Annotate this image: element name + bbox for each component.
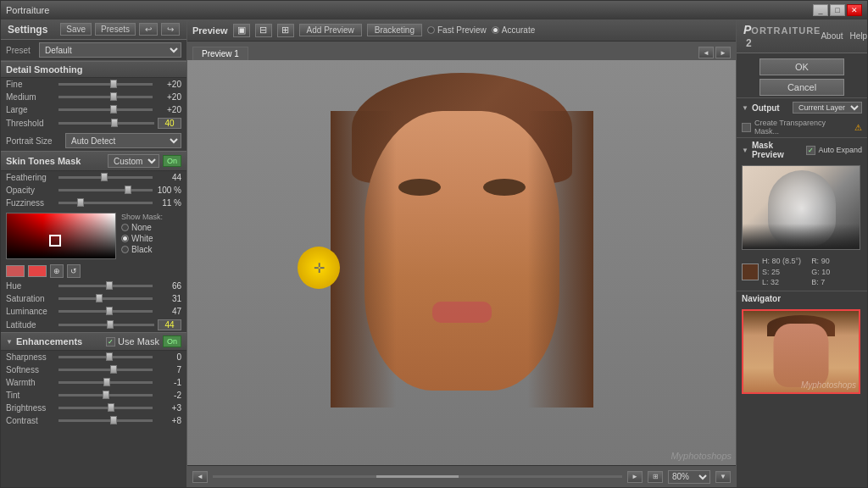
close-button[interactable]: ✕ xyxy=(847,4,862,16)
large-thumb[interactable] xyxy=(110,105,117,114)
add-preview-button[interactable]: Add Preview xyxy=(299,24,362,36)
color-swatch-2[interactable] xyxy=(28,265,47,277)
about-button[interactable]: About xyxy=(821,31,843,41)
mask-preview-collapse[interactable]: ▼ xyxy=(742,147,748,154)
enhancements-header: ▼ Enhancements ✓ Use Mask On xyxy=(1,332,186,351)
zoom-dropdown-button[interactable]: ▼ xyxy=(715,471,731,483)
hue-thumb[interactable] xyxy=(106,281,113,290)
enhancements-title: Enhancements xyxy=(16,336,103,347)
sharpness-value: 0 xyxy=(156,352,181,362)
output-select[interactable]: Current Layer xyxy=(793,102,862,114)
fine-track xyxy=(58,83,153,86)
preview-scrollbar[interactable] xyxy=(213,475,622,478)
radio-none[interactable] xyxy=(121,224,129,231)
auto-expand-checkbox[interactable]: ✓ xyxy=(806,146,815,155)
sharpness-label: Sharpness xyxy=(6,352,55,362)
saturation-label: Saturation xyxy=(6,294,55,303)
view-split-button[interactable]: ⊟ xyxy=(255,24,272,37)
color-selector[interactable] xyxy=(49,235,61,247)
fine-slider-row: Fine +20 xyxy=(1,78,186,91)
portrait-size-select[interactable]: Auto Detect xyxy=(65,133,181,148)
latitude-thumb[interactable] xyxy=(107,320,114,329)
fuzziness-thumb[interactable] xyxy=(77,198,84,207)
settings-buttons: Save Presets ↩ ↪ xyxy=(60,23,180,36)
create-trans-checkbox[interactable] xyxy=(742,123,751,132)
create-trans-label: Create Transparency Mask... xyxy=(754,119,851,136)
feathering-thumb[interactable] xyxy=(101,173,108,181)
view-single-button[interactable]: ▣ xyxy=(233,24,250,37)
navigator-image[interactable]: Myphotoshops xyxy=(742,309,860,394)
brightness-value: +3 xyxy=(156,403,181,413)
redo-button[interactable]: ↪ xyxy=(161,23,180,36)
save-button[interactable]: Save xyxy=(60,23,92,36)
color-swatch-row: ⊕ ↺ xyxy=(6,264,181,278)
detail-smoothing-header: Detail Smoothing xyxy=(1,61,186,78)
fast-preview-radio[interactable]: Fast Preview xyxy=(427,25,487,35)
cancel-button[interactable]: Cancel xyxy=(760,79,844,96)
color-info-row: H: 80 (8.5°) S: 25 L: 32 R: 90 G: 10 B: … xyxy=(737,253,867,291)
medium-thumb[interactable] xyxy=(110,92,117,101)
left-panel: Settings Save Presets ↩ ↪ Preset Default… xyxy=(1,19,187,487)
zoom-out-button[interactable]: ◄ xyxy=(192,471,208,483)
help-button[interactable]: Help xyxy=(850,31,867,41)
large-slider-row: Large +20 xyxy=(1,103,186,116)
accurate-radio[interactable]: Accurate xyxy=(492,25,535,35)
custom-select[interactable]: Custom xyxy=(108,154,159,168)
minimize-button[interactable]: _ xyxy=(813,4,828,16)
main-window: Portraiture _ □ ✕ Settings Save Presets … xyxy=(0,0,868,488)
color-gradient[interactable] xyxy=(6,213,116,259)
opacity-thumb[interactable] xyxy=(125,186,131,194)
g-value: G: 10 xyxy=(811,267,830,278)
luminance-thumb[interactable] xyxy=(106,307,113,315)
fit-button[interactable]: ⊞ xyxy=(648,471,663,483)
zoom-in-button[interactable]: ► xyxy=(627,471,643,483)
maximize-button[interactable]: □ xyxy=(830,4,845,16)
color-swatch-1[interactable] xyxy=(6,265,25,277)
view-dual-button[interactable]: ⊞ xyxy=(277,24,294,37)
preview-bottom: ◄ ► ⊞ 80% ▼ xyxy=(187,465,736,487)
radio-white[interactable] xyxy=(121,235,129,242)
fine-label: Fine xyxy=(6,80,55,89)
opacity-row: Opacity 100 % xyxy=(1,184,186,197)
tint-thumb[interactable] xyxy=(103,391,109,399)
sharpness-thumb[interactable] xyxy=(106,352,113,361)
tab-prev-button[interactable]: ◄ xyxy=(698,47,714,58)
reset-button[interactable]: ↺ xyxy=(67,264,81,278)
preview-tab-1[interactable]: Preview 1 xyxy=(192,47,248,60)
show-mask-white[interactable]: White xyxy=(121,234,163,243)
contrast-thumb[interactable] xyxy=(110,416,117,424)
color-values: H: 80 (8.5°) S: 25 L: 32 xyxy=(762,256,801,288)
sample-point[interactable]: ✛ xyxy=(298,247,340,289)
enhancements-collapse[interactable]: ▼ xyxy=(6,338,13,346)
tab-next-button[interactable]: ► xyxy=(715,47,731,58)
contrast-value: +8 xyxy=(156,416,181,425)
luminance-track xyxy=(58,310,153,313)
threshold-thumb[interactable] xyxy=(111,119,118,127)
fast-preview-dot[interactable] xyxy=(427,26,435,34)
use-mask-checkbox[interactable]: ✓ xyxy=(106,337,115,347)
show-mask-black[interactable]: Black xyxy=(121,245,163,254)
brightness-thumb[interactable] xyxy=(108,403,114,412)
preset-select[interactable]: Default xyxy=(39,42,181,58)
accurate-dot[interactable] xyxy=(492,26,499,34)
output-collapse[interactable]: ▼ xyxy=(742,104,748,112)
undo-button[interactable]: ↩ xyxy=(139,23,158,36)
softness-thumb[interactable] xyxy=(110,365,117,374)
presets-button[interactable]: Presets xyxy=(95,23,136,36)
preview-image[interactable]: ✛ Myphotoshops xyxy=(187,60,736,465)
fine-thumb[interactable] xyxy=(110,80,117,88)
crosshair-icon: ✛ xyxy=(314,260,325,276)
show-mask-panel: Show Mask: None White Black xyxy=(121,213,163,259)
portraiture-title: PORTRAITURE 2 xyxy=(743,23,821,49)
medium-slider-row: Medium +20 xyxy=(1,91,186,103)
bracketing-button[interactable]: Bracketing xyxy=(367,24,422,36)
output-label: Output xyxy=(752,103,789,113)
zoom-select[interactable]: 80% xyxy=(668,470,710,484)
eyedropper-button[interactable]: ⊕ xyxy=(50,264,64,278)
scrollbar-thumb[interactable] xyxy=(376,475,459,478)
warmth-thumb[interactable] xyxy=(103,378,110,386)
ok-button[interactable]: OK xyxy=(760,58,844,75)
radio-black[interactable] xyxy=(121,246,129,253)
show-mask-none[interactable]: None xyxy=(121,223,163,232)
saturation-thumb[interactable] xyxy=(96,294,103,302)
